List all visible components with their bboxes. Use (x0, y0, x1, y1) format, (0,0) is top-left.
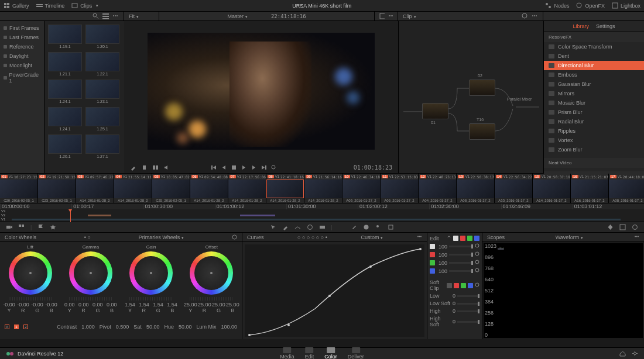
still-thumb[interactable]: 1.24.1 (48, 80, 82, 103)
search-icon[interactable] (93, 13, 99, 19)
star-icon[interactable] (50, 224, 56, 230)
clip-thumb[interactable]: 05V110:05:47:02C25_2016-02-05_1 (152, 174, 190, 203)
still-thumb[interactable]: 1.25.1 (85, 107, 119, 131)
fx-item[interactable]: Ripples (544, 126, 644, 136)
stop-icon[interactable] (231, 164, 237, 171)
viewer-frame[interactable] (148, 33, 375, 150)
master-slider[interactable] (129, 297, 173, 301)
lightbox-toggle[interactable]: Lightbox (612, 2, 640, 9)
info-icon[interactable] (632, 224, 638, 230)
more-icon[interactable] (112, 13, 119, 19)
page-1[interactable]: 1 (14, 325, 19, 329)
reset-icon[interactable] (475, 260, 479, 266)
still-thumb[interactable]: 1.23.1 (85, 80, 119, 103)
node-graph[interactable]: 01 02 T16 Parallel Mixer (398, 21, 543, 173)
clips-toggle[interactable]: Clips (71, 2, 98, 9)
clip-thumb[interactable]: 04V121:55:14:11A14_2016-01-28_2 (114, 174, 152, 203)
page-deliver[interactable]: Deliver (348, 347, 364, 359)
camera-icon[interactable] (6, 224, 12, 230)
clip-dropdown[interactable]: Clip (403, 13, 416, 19)
clip-thumb[interactable]: 06V109:54:40:08A14_2016-01-28_2 (190, 174, 228, 203)
gradient-icon[interactable] (319, 224, 326, 230)
keyframe-icon[interactable] (607, 224, 614, 230)
scope-icon[interactable] (619, 224, 626, 230)
clip-thumb[interactable]: 17V120:44:10:09A08_2016-01-27_2 (609, 174, 644, 203)
master-slider[interactable] (9, 297, 52, 301)
gallery-toggle[interactable]: Gallery (4, 2, 29, 9)
key-icon[interactable] (375, 224, 382, 230)
still-thumb[interactable]: 1.26.1 (48, 134, 82, 158)
master-slider[interactable] (190, 297, 233, 301)
clip-thumb[interactable]: 15V120:58:37:19A14_2016-01-27_2 (533, 174, 571, 203)
color-wheel[interactable] (69, 251, 112, 295)
gallery-item[interactable]: Last Frames (2, 33, 42, 42)
b-intensity[interactable] (449, 270, 473, 272)
fit-dropdown[interactable]: Fit (129, 13, 139, 19)
fx-item[interactable]: Dent (544, 51, 644, 61)
g-intensity[interactable] (449, 262, 473, 264)
clip-thumb[interactable]: 08V122:41:18:16A14_2016-01-28_2 (266, 174, 304, 203)
fx-item[interactable]: Radial Blur (544, 117, 644, 126)
next-icon[interactable] (251, 164, 257, 171)
clip-thumb[interactable]: 09V121:56:14:16A14_2016-01-28_2 (304, 174, 342, 203)
eyedrop-icon[interactable] (351, 224, 357, 230)
loop-icon[interactable] (270, 164, 277, 171)
page-2[interactable]: 2 (23, 325, 28, 329)
reset-icon[interactable] (475, 282, 479, 289)
openfx-toggle[interactable]: OpenFX (576, 2, 605, 9)
gear-icon[interactable] (632, 350, 638, 357)
page-a[interactable]: A (5, 325, 9, 329)
reset-icon[interactable] (475, 268, 479, 274)
color-wheel[interactable] (9, 251, 52, 295)
circle-icon[interactable] (307, 224, 313, 230)
flag-icon[interactable] (37, 224, 44, 230)
still-thumb[interactable]: 1.20.1 (85, 25, 119, 49)
highsoft-slider[interactable] (457, 321, 479, 323)
node-01[interactable] (422, 103, 448, 119)
timeline-toggle[interactable]: Timeline (36, 2, 65, 9)
still-thumb[interactable]: 1.27.1 (85, 134, 119, 158)
curve-icon[interactable] (294, 224, 301, 230)
home-icon[interactable] (619, 350, 626, 357)
low-slider[interactable] (457, 295, 479, 297)
still-thumb[interactable]: 1.24.1 (48, 107, 82, 131)
gallery-item[interactable]: Reference (2, 42, 42, 51)
marker-icon[interactable] (141, 164, 148, 171)
clip-thumb[interactable]: 16V121:15:21:07A16_2016-01-27_2 (571, 174, 609, 203)
clip-thumb[interactable]: 11V122:53:15:03A05_2016-01-27_2 (381, 174, 419, 203)
still-thumb[interactable]: 1.22.1 (85, 52, 119, 76)
clip-thumb[interactable]: 07V122:17:56:06A14_2016-01-28_2 (228, 174, 266, 203)
mask-icon[interactable] (363, 224, 369, 230)
picker-icon[interactable] (130, 164, 136, 171)
reset-icon[interactable] (232, 234, 237, 240)
pointer-icon[interactable] (270, 224, 276, 230)
fx-item[interactable]: Mosaic Blur (544, 98, 644, 108)
still-thumb[interactable]: 1.19.1 (48, 25, 82, 49)
color-wheel[interactable] (190, 251, 233, 295)
list-icon[interactable] (102, 13, 109, 19)
clip-thumb[interactable]: 01V110:27:23:15C20_2016-02-05_1 (0, 174, 38, 203)
reset-icon[interactable] (522, 13, 528, 19)
fx-item[interactable]: Directional Blur (544, 61, 644, 70)
chip-g[interactable] (467, 236, 472, 241)
tab-settings[interactable]: Settings (596, 23, 615, 29)
curves-editor[interactable] (245, 244, 424, 337)
gallery-item[interactable]: Moonlight (2, 61, 42, 70)
grid-icon[interactable] (18, 224, 25, 230)
wand-icon[interactable] (338, 224, 345, 230)
y-intensity[interactable] (449, 246, 473, 247)
node-t16[interactable] (469, 123, 495, 140)
prev-icon[interactable] (221, 164, 227, 171)
clip-thumb[interactable]: 03V109:57:46:22A14_2016-01-28_2 (76, 174, 114, 203)
node-02[interactable] (469, 80, 495, 96)
mini-timeline[interactable]: 01:00:00:0001:00:1701:00:30:0001:01:00:1… (0, 203, 644, 222)
tab-library[interactable]: Library (573, 23, 589, 29)
chip-b[interactable] (474, 236, 479, 241)
play-icon[interactable] (241, 164, 247, 171)
color-wheel[interactable] (129, 251, 173, 295)
clip-thumb[interactable]: 02V119:21:59:15C23_2016-02-05_1 (38, 174, 76, 203)
high-slider[interactable] (457, 310, 479, 312)
more-icon[interactable] (417, 234, 422, 240)
mute-icon[interactable] (163, 164, 170, 171)
more-icon[interactable] (532, 13, 538, 19)
